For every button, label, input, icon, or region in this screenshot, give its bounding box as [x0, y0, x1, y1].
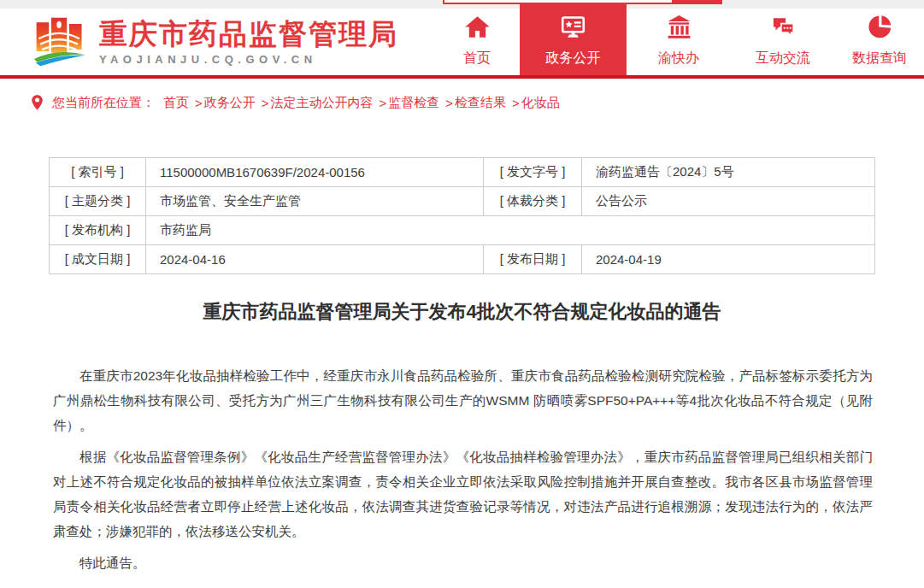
meta-label-written-date: [ 成文日期 ] [50, 245, 146, 274]
nav-label: 数据查询 [852, 50, 907, 68]
article-paragraph: 特此通告。 [53, 550, 873, 575]
table-row: [ 发布机构 ] 市药监局 [50, 216, 875, 245]
breadcrumb-prefix: 您当前所在位置： [52, 95, 155, 111]
table-row: [ 主题分类 ] 市场监管、安全生产监管 [ 体裁分类 ] 公告公示 [50, 187, 875, 216]
breadcrumb-item-cosmetics[interactable]: 化妆品 [521, 95, 560, 111]
breadcrumb-separator: > [195, 96, 203, 110]
breadcrumb-separator: > [262, 96, 269, 110]
meta-label-genre-category: [ 体裁分类 ] [484, 187, 582, 216]
pie-chart-icon [867, 14, 893, 40]
table-row: [ 成文日期 ] 2024-04-16 [ 发布日期 ] 2024-04-19 [50, 245, 875, 274]
article-body: 在重庆市2023年化妆品抽样检验工作中，经重庆市永川食品药品检验所、重庆市食品药… [53, 363, 873, 588]
site-logo-icon [32, 15, 87, 68]
government-building-icon [666, 14, 692, 40]
breadcrumb-separator: > [380, 96, 387, 110]
breadcrumb-item-home[interactable]: 首页 [163, 95, 189, 111]
nav-label: 政务公开 [546, 50, 601, 68]
meta-label-issuing-agency: [ 发布机构 ] [50, 216, 146, 245]
nav-item-yukuaiban[interactable]: 渝快办 [627, 9, 731, 75]
breadcrumb-separator: > [445, 96, 453, 110]
main-nav: 首页 政务公开 渝快办 [434, 9, 924, 75]
nav-label: 渝快办 [658, 50, 699, 68]
meta-label-index-number: [ 索引号 ] [50, 158, 146, 187]
nav-label: 首页 [463, 50, 491, 68]
meta-value-written-date: 2024-04-16 [146, 245, 484, 274]
nav-item-home[interactable]: 首页 [434, 9, 520, 75]
nav-label: 互动交流 [756, 50, 810, 68]
chat-bubbles-icon [770, 14, 797, 40]
breadcrumb-separator: > [512, 96, 520, 110]
breadcrumb-item-check-results[interactable]: 检查结果 [455, 95, 506, 111]
meta-label-publish-date: [ 发布日期 ] [484, 245, 582, 274]
table-row: [ 索引号 ] 11500000MB1670639F/2024-00156 [ … [50, 158, 875, 187]
document-meta-table: [ 索引号 ] 11500000MB1670639F/2024-00156 [ … [49, 157, 875, 274]
meta-label-subject-category: [ 主题分类 ] [50, 187, 146, 216]
meta-value-document-number: 渝药监通告〔2024〕5号 [582, 158, 875, 187]
monitor-star-icon [560, 14, 586, 40]
meta-value-index-number: 11500000MB1670639F/2024-00156 [146, 158, 484, 187]
meta-value-issuing-agency: 市药监局 [146, 216, 875, 245]
breadcrumb-item-supervision-check[interactable]: 监督检查 [388, 95, 439, 111]
brand-text: 重庆市药品监督管理局 YAOJIANJU.CQ.GOV.CN [99, 19, 398, 66]
search-button[interactable] [674, 0, 722, 4]
site-brand[interactable]: 重庆市药品监督管理局 YAOJIANJU.CQ.GOV.CN [32, 15, 398, 68]
nav-item-gov-disclosure[interactable]: 政务公开 [520, 3, 627, 75]
breadcrumb-item-statutory-content[interactable]: 法定主动公开内容 [271, 95, 374, 111]
breadcrumb-item-gov-disclosure[interactable]: 政务公开 [204, 95, 256, 111]
meta-value-publish-date: 2024-04-19 [582, 245, 875, 274]
article-attachment-line[interactable]: 附件：4批次不符合规定化妆品信息 [53, 582, 873, 588]
location-pin-icon [31, 94, 44, 111]
article-paragraph: 在重庆市2023年化妆品抽样检验工作中，经重庆市永川食品药品检验所、重庆市食品药… [53, 363, 873, 438]
top-strip [0, 0, 924, 9]
nav-item-data-query[interactable]: 数据查询 [835, 9, 924, 75]
nav-item-interaction[interactable]: 互动交流 [731, 9, 835, 75]
site-domain: YAOJIANJU.CQ.GOV.CN [99, 53, 398, 66]
article-paragraph: 根据《化妆品监督管理条例》《化妆品生产经营监督管理办法》《化妆品抽样检验管理办法… [53, 444, 873, 544]
meta-value-subject-category: 市场监管、安全生产监管 [146, 187, 484, 216]
home-icon [464, 14, 491, 40]
meta-value-genre-category: 公告公示 [582, 187, 875, 216]
breadcrumb: 您当前所在位置： 首页 > 政务公开 > 法定主动公开内容 > 监督检查 > 检… [0, 79, 924, 126]
site-title: 重庆市药品监督管理局 [99, 19, 398, 50]
page-title: 重庆市药品监督管理局关于发布4批次不符合规定化妆品的通告 [0, 293, 924, 331]
site-header: 重庆市药品监督管理局 YAOJIANJU.CQ.GOV.CN 首页 政务公开 [0, 9, 924, 75]
meta-label-document-number: [ 发文字号 ] [484, 158, 582, 187]
